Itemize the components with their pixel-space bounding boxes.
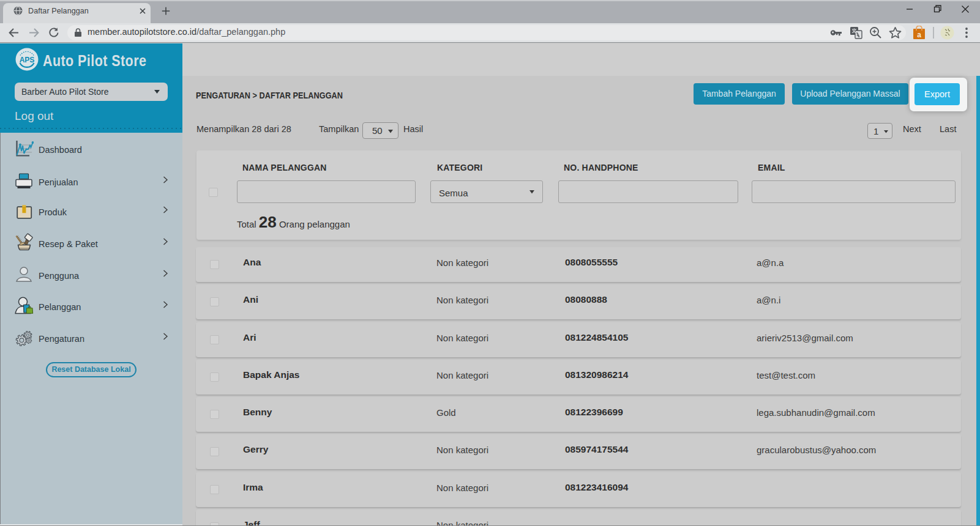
svg-text:a: a	[917, 31, 921, 39]
svg-text:APS: APS	[20, 56, 35, 64]
